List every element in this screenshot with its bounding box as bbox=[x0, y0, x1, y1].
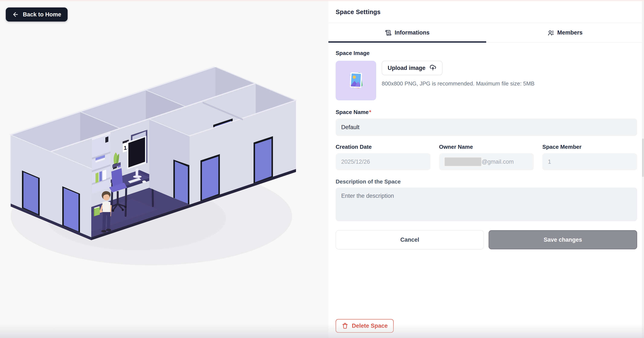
delete-space-button[interactable]: Delete Space bbox=[336, 319, 394, 333]
app-root: 14 bbox=[0, 0, 644, 338]
save-changes-button[interactable]: Save changes bbox=[488, 230, 637, 249]
form-actions: Cancel Save changes bbox=[336, 230, 637, 249]
description-label: Description of the Space bbox=[336, 178, 637, 185]
tab-members[interactable]: Members bbox=[486, 23, 644, 42]
mouse bbox=[142, 181, 146, 183]
scrollbar-thumb[interactable] bbox=[642, 139, 644, 177]
door bbox=[22, 170, 40, 216]
tab-informations[interactable]: Informations bbox=[328, 23, 486, 42]
shelf-unit bbox=[92, 132, 110, 194]
door bbox=[200, 154, 220, 201]
upload-image-label: Upload image bbox=[388, 65, 426, 71]
upload-image-button[interactable]: Upload image bbox=[382, 61, 442, 75]
arrow-left-icon bbox=[12, 11, 19, 18]
redacted-email-user bbox=[444, 157, 481, 166]
scene-area: 14 bbox=[0, 1, 328, 338]
space-name-label-text: Space Name bbox=[336, 109, 369, 115]
panel-header: Space Settings bbox=[328, 1, 644, 23]
space-settings-panel: Space Settings Informations bbox=[328, 1, 644, 338]
space-image-label: Space Image bbox=[336, 50, 637, 56]
creation-date-field: Creation Date bbox=[336, 144, 430, 170]
required-asterisk: * bbox=[369, 109, 371, 115]
creation-date-input bbox=[336, 153, 430, 170]
space-member-label: Space Member bbox=[542, 144, 637, 150]
tab-members-label: Members bbox=[557, 29, 582, 36]
owner-name-input: @gmail.com bbox=[439, 153, 534, 170]
cloud-upload-icon bbox=[429, 64, 436, 72]
cancel-button[interactable]: Cancel bbox=[336, 230, 484, 249]
image-stack-icon bbox=[346, 70, 366, 91]
informations-tab-content: Space Image bbox=[328, 43, 644, 249]
space-image-thumbnail[interactable] bbox=[336, 61, 376, 100]
top-accent-strip bbox=[0, 0, 644, 1]
creation-date-label: Creation Date bbox=[336, 144, 430, 150]
space-member-field: Space Member bbox=[542, 144, 637, 170]
description-textarea[interactable] bbox=[336, 188, 637, 221]
door bbox=[254, 136, 273, 183]
tab-bar: Informations Members bbox=[328, 23, 644, 43]
space-name-input[interactable] bbox=[336, 118, 637, 136]
owner-name-label: Owner Name bbox=[439, 144, 534, 150]
back-to-home-label: Back to Home bbox=[23, 11, 61, 18]
door bbox=[62, 186, 80, 233]
meta-fields-row: Creation Date Owner Name @gmail.com Spac… bbox=[336, 144, 637, 170]
scroll-text-icon bbox=[385, 30, 392, 36]
upload-hint: 800x800 PNG, JPG is recommended. Maximum… bbox=[382, 80, 534, 87]
trash-icon bbox=[342, 323, 348, 329]
owner-email-suffix: @gmail.com bbox=[482, 159, 514, 165]
door bbox=[173, 160, 189, 205]
floorplan-3d-viewport[interactable]: 14 bbox=[0, 1, 328, 338]
upload-column: Upload image 800x800 PNG, JPG is recomme… bbox=[382, 61, 534, 100]
owner-name-field: Owner Name @gmail.com bbox=[439, 144, 534, 170]
space-member-input bbox=[542, 153, 637, 170]
page-title: Space Settings bbox=[336, 8, 381, 15]
space-image-row: Upload image 800x800 PNG, JPG is recomme… bbox=[336, 61, 637, 100]
delete-space-label: Delete Space bbox=[352, 323, 388, 329]
user-list-icon bbox=[548, 30, 554, 36]
back-to-home-button[interactable]: Back to Home bbox=[6, 7, 68, 21]
space-name-label: Space Name* bbox=[336, 109, 637, 115]
tab-informations-label: Informations bbox=[395, 29, 430, 36]
